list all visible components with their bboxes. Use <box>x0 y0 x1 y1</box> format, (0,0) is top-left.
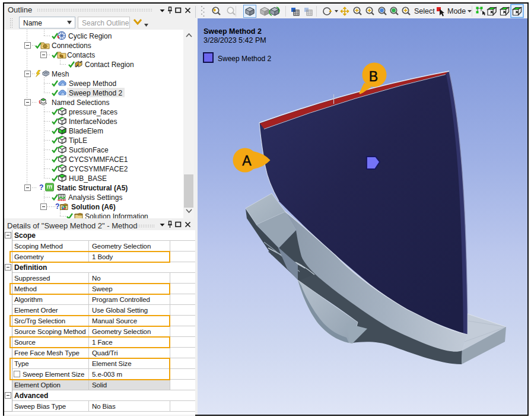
svg-text:B: B <box>369 69 378 84</box>
svg-text:Select: Select <box>414 7 435 15</box>
svg-text:Sweep Method 2: Sweep Method 2 <box>218 55 271 63</box>
svg-text:3/28/2023 5:42 PM: 3/28/2023 5:42 PM <box>204 36 266 44</box>
svg-text:Mode: Mode <box>447 7 466 15</box>
svg-text:A: A <box>242 153 252 168</box>
svg-text:Sweep Method 2: Sweep Method 2 <box>204 27 262 36</box>
